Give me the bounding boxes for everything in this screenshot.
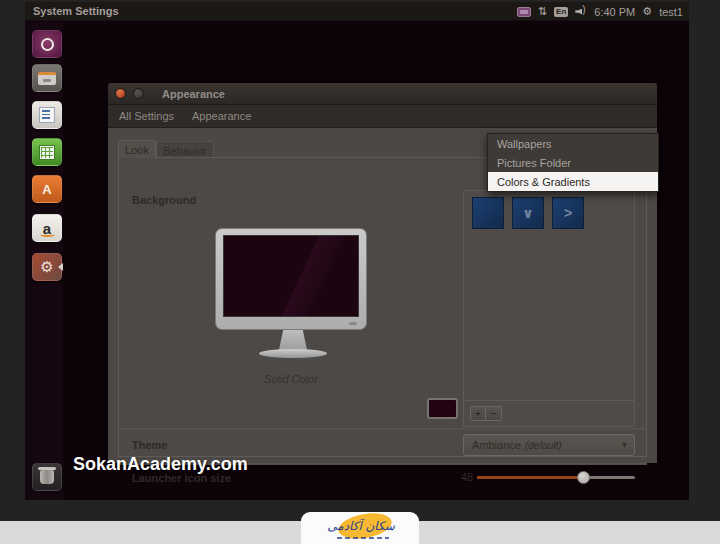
monitor-screen: [223, 235, 359, 317]
active-app-title: System Settings: [33, 5, 119, 17]
focused-app-arrow-icon: [58, 263, 63, 271]
trash-can-icon: [40, 470, 54, 484]
monitor-base: [259, 349, 327, 358]
solid-color-tile[interactable]: [472, 197, 504, 229]
libreoffice-writer-icon[interactable]: [32, 101, 62, 129]
monitor-preview: [215, 228, 367, 330]
preview-caption: Solid Color: [215, 373, 367, 385]
divider: [120, 428, 647, 429]
keyboard-layout-indicator[interactable]: En: [554, 7, 568, 17]
window-titlebar[interactable]: Appearance: [108, 83, 657, 105]
files-icon[interactable]: [32, 64, 62, 92]
tab-look[interactable]: Look: [118, 140, 156, 158]
close-button[interactable]: [115, 88, 126, 99]
libreoffice-calc-icon[interactable]: [32, 138, 62, 166]
amazon-smile-icon: [40, 232, 55, 237]
launcher-size-slider[interactable]: [477, 476, 635, 479]
background-section-label: Background: [132, 194, 196, 206]
software-center-letter: A: [42, 182, 51, 197]
breadcrumb-all-settings[interactable]: All Settings: [119, 110, 174, 122]
theme-label: Theme: [132, 439, 167, 451]
add-color-button[interactable]: +: [470, 406, 486, 421]
dash-home-icon[interactable]: [32, 30, 62, 58]
monitor-power-dot-icon: [349, 322, 357, 325]
slider-fill: [477, 476, 581, 479]
volume-icon[interactable]: [575, 7, 587, 17]
logo-graphic: سکان آکادمی: [301, 512, 419, 544]
theme-value: Ambiance: [472, 439, 521, 451]
system-tray: ⇅ En 6:40 PM ⚙ test1: [517, 2, 683, 21]
horizontal-gradient-tile[interactable]: >: [552, 197, 584, 229]
color-swatch-button[interactable]: [427, 398, 458, 419]
window-title: Appearance: [162, 88, 225, 100]
display-indicator-icon[interactable]: [517, 7, 531, 17]
menu-item-pictures-folder[interactable]: Pictures Folder: [488, 153, 658, 172]
minimize-button[interactable]: [133, 88, 144, 99]
username[interactable]: test1: [659, 6, 683, 18]
session-gear-icon[interactable]: ⚙: [642, 5, 652, 18]
theme-dropdown[interactable]: Ambiance (default) ▾: [463, 434, 635, 456]
logo-text: سکان آکادمی: [327, 518, 395, 533]
breadcrumb-appearance: Appearance: [192, 110, 251, 122]
vertical-gradient-tile[interactable]: ∨: [512, 197, 544, 229]
look-tab-panel: Background Solid Color ∨: [118, 157, 647, 457]
clock[interactable]: 6:40 PM: [594, 6, 635, 18]
gear-icon: ⚙: [40, 258, 53, 276]
theme-value-suffix: (default): [525, 440, 562, 451]
panel-footer: + −: [464, 400, 634, 426]
screenshot-stage: System Settings ⇅ En 6:40 PM ⚙ test1 A a…: [0, 0, 720, 544]
top-panel: System Settings ⇅ En 6:40 PM ⚙ test1: [25, 2, 689, 21]
monitor-stand: [279, 330, 307, 350]
sokanacademy-logo: سکان آکادمی: [301, 512, 419, 544]
menu-item-wallpapers[interactable]: Wallpapers: [488, 134, 658, 153]
background-source-menu: Wallpapers Pictures Folder Colors & Grad…: [487, 133, 659, 192]
ubuntu-desktop: System Settings ⇅ En 6:40 PM ⚙ test1 A a…: [25, 2, 689, 500]
software-center-icon[interactable]: A: [32, 175, 62, 203]
unity-launcher: A a ⚙: [25, 22, 63, 500]
document-icon: [39, 107, 55, 123]
trash-icon[interactable]: [32, 463, 62, 491]
breadcrumb: All Settings Appearance: [108, 105, 657, 128]
ubuntu-logo-icon: [41, 38, 54, 51]
chevron-down-icon: ▾: [622, 439, 627, 450]
network-arrows-icon[interactable]: ⇅: [538, 5, 547, 18]
amazon-icon[interactable]: a: [32, 214, 62, 242]
launcher-size-value: 48: [461, 471, 473, 483]
menu-item-colors-gradients[interactable]: Colors & Gradients: [488, 172, 658, 191]
gradient-tile-list: ∨ >: [472, 197, 584, 229]
drawer-icon: [38, 72, 56, 85]
slider-handle[interactable]: [577, 471, 590, 484]
colors-gradients-panel: ∨ > + −: [463, 190, 635, 427]
remove-color-button[interactable]: −: [486, 406, 502, 421]
spreadsheet-icon: [39, 145, 55, 160]
watermark-text: SokanAcademy.com: [73, 454, 248, 475]
